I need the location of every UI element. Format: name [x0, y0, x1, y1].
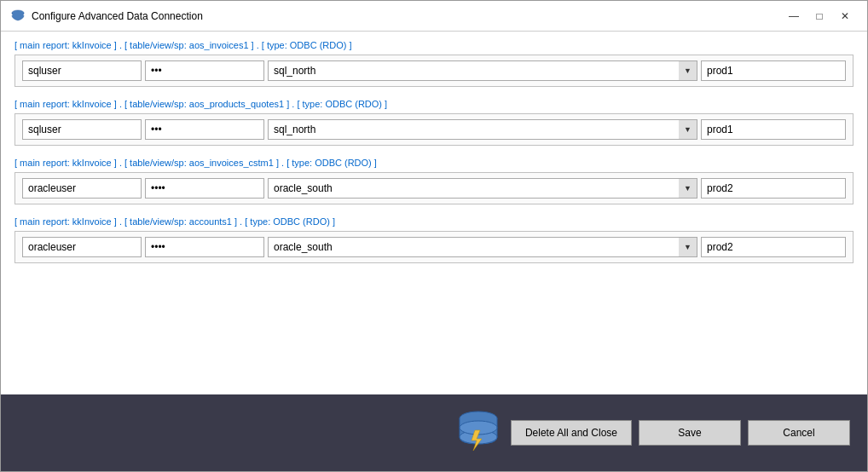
- connection-group-2: [ main report: kkInvoice ] . [ table/vie…: [14, 99, 854, 146]
- dsn-wrapper-1: sql_northoracle_south▼: [268, 60, 697, 81]
- dsn-select-4[interactable]: sql_northoracle_south: [268, 237, 697, 257]
- password-input-1[interactable]: [145, 60, 264, 81]
- close-button[interactable]: ✕: [833, 7, 857, 26]
- restore-button[interactable]: □: [807, 7, 831, 26]
- dsn-select-3[interactable]: sql_northoracle_south: [268, 178, 697, 199]
- server-input-4[interactable]: [701, 237, 846, 257]
- dsn-select-2[interactable]: sql_northoracle_south: [268, 119, 697, 140]
- username-input-2[interactable]: [22, 119, 142, 140]
- username-input-1[interactable]: [22, 60, 142, 81]
- connection-group-3: [ main report: kkInvoice ] . [ table/vie…: [14, 158, 854, 204]
- delete-all-close-button[interactable]: Delete All and Close: [511, 420, 632, 446]
- title-bar: Configure Advanced Data Connection — □ ✕: [1, 1, 867, 32]
- password-input-3[interactable]: [145, 178, 264, 199]
- title-bar-left: Configure Advanced Data Connection: [11, 9, 203, 23]
- connection-fields-4: sql_northoracle_south▼: [14, 231, 854, 263]
- connection-fields-3: sql_northoracle_south▼: [14, 172, 854, 204]
- content-area: [ main report: kkInvoice ] . [ table/vie…: [1, 32, 867, 394]
- minimize-button[interactable]: —: [782, 7, 806, 26]
- title-bar-controls: — □ ✕: [782, 7, 857, 26]
- save-button[interactable]: Save: [639, 420, 741, 446]
- server-input-2[interactable]: [701, 119, 846, 140]
- connection-fields-1: sql_northoracle_south▼: [14, 55, 854, 87]
- window-icon: [11, 9, 25, 23]
- connection-label-2: [ main report: kkInvoice ] . [ table/vie…: [14, 99, 854, 109]
- connection-group-1: [ main report: kkInvoice ] . [ table/vie…: [14, 40, 854, 87]
- password-input-4[interactable]: [145, 237, 264, 257]
- window-title: Configure Advanced Data Connection: [32, 10, 203, 22]
- dsn-wrapper-2: sql_northoracle_south▼: [268, 119, 697, 140]
- footer-db-icon: [453, 406, 504, 460]
- connection-label-4: [ main report: kkInvoice ] . [ table/vie…: [14, 216, 854, 227]
- username-input-4[interactable]: [22, 237, 142, 257]
- dsn-wrapper-3: sql_northoracle_south▼: [268, 178, 697, 199]
- dsn-wrapper-4: sql_northoracle_south▼: [268, 237, 697, 257]
- connection-label-3: [ main report: kkInvoice ] . [ table/vie…: [14, 158, 854, 168]
- cancel-button[interactable]: Cancel: [748, 420, 850, 446]
- dsn-select-1[interactable]: sql_northoracle_south: [268, 60, 697, 81]
- footer: Delete All and Close Save Cancel: [1, 394, 867, 471]
- main-window: Configure Advanced Data Connection — □ ✕…: [0, 0, 868, 472]
- connection-group-4: [ main report: kkInvoice ] . [ table/vie…: [14, 216, 854, 263]
- connection-label-1: [ main report: kkInvoice ] . [ table/vie…: [14, 40, 854, 50]
- password-input-2[interactable]: [145, 119, 264, 140]
- connection-fields-2: sql_northoracle_south▼: [14, 113, 854, 146]
- username-input-3[interactable]: [22, 178, 142, 199]
- server-input-3[interactable]: [701, 178, 846, 199]
- server-input-1[interactable]: [701, 60, 846, 81]
